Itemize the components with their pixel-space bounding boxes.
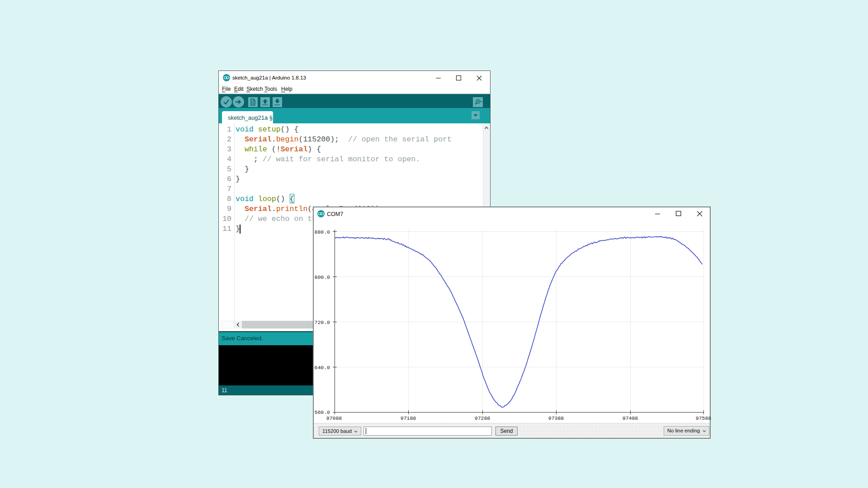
svg-text:720.0: 720.0: [314, 319, 330, 325]
svg-text:97188: 97188: [401, 415, 416, 421]
svg-text:880.0: 880.0: [314, 229, 330, 235]
svg-text:97288: 97288: [475, 415, 491, 421]
svg-text:97588: 97588: [696, 415, 712, 421]
svg-text:97388: 97388: [548, 415, 564, 421]
svg-text:97088: 97088: [326, 415, 342, 421]
svg-text:97488: 97488: [623, 415, 638, 421]
svg-text:800.0: 800.0: [314, 274, 330, 280]
svg-text:560.0: 560.0: [314, 409, 330, 415]
svg-text:640.0: 640.0: [314, 365, 330, 371]
